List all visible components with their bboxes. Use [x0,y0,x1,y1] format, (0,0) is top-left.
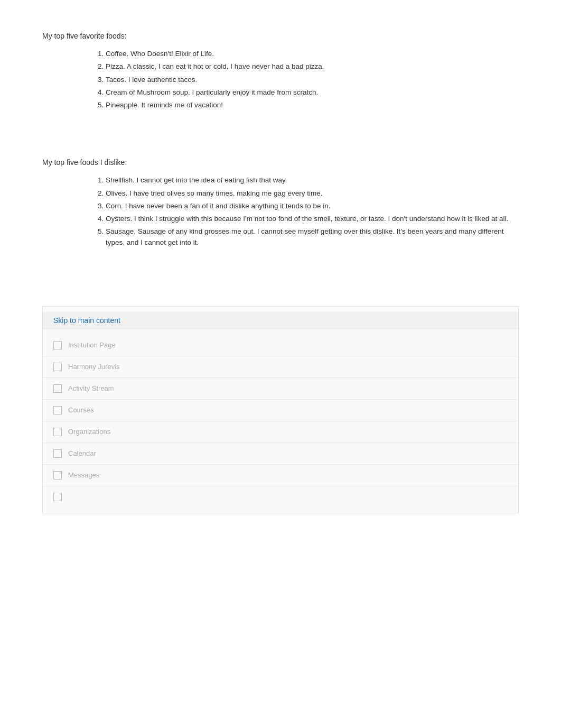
nav-item-messages[interactable]: Messages [43,465,518,486]
skip-to-main-content-link[interactable]: Skip to main content [43,312,518,329]
favorites-title: My top five favorite foods: [42,32,519,40]
nav-item-calendar[interactable]: Calendar [43,443,518,465]
dislikes-section: My top five foods I dislike: Shellfish. … [42,158,519,248]
nav-label-organizations: Organizations [68,428,110,436]
harmony-icon [53,363,62,371]
nav-label-institution: Institution Page [68,341,116,349]
institution-icon [53,341,62,349]
nav-label-activity: Activity Stream [68,384,114,392]
activity-icon [53,384,62,393]
dislikes-title: My top five foods I dislike: [42,158,519,167]
list-item: Oysters. I think I struggle with this be… [106,214,519,224]
navigation-area: Skip to main content Institution Page Ha… [42,306,519,513]
nav-label-courses: Courses [68,406,94,414]
nav-item-activity[interactable]: Activity Stream [43,378,518,400]
courses-icon [53,406,62,414]
nav-item-extra[interactable] [43,486,518,508]
organizations-icon [53,428,62,436]
calendar-icon [53,449,62,458]
messages-icon [53,471,62,480]
nav-label-messages: Messages [68,471,99,479]
list-item: Pineapple. It reminds me of vacation! [106,100,519,110]
list-item: Shellfish. I cannot get into the idea of… [106,175,519,186]
nav-item-organizations[interactable]: Organizations [43,421,518,443]
nav-item-institution[interactable]: Institution Page [43,335,518,356]
list-item: Sausage. Sausage of any kind grosses me … [106,226,519,248]
list-item: Olives. I have tried olives so many time… [106,188,519,199]
favorites-section: My top five favorite foods: Coffee. Who … [42,32,519,110]
nav-item-courses[interactable]: Courses [43,400,518,421]
list-item: Tacos. I love authentic tacos. [106,75,519,85]
list-item: Corn. I have never been a fan of it and … [106,201,519,211]
nav-label-calendar: Calendar [68,449,96,457]
favorites-list: Coffee. Who Doesn't! Elixir of Life. Piz… [42,49,519,110]
nav-item-harmony[interactable]: Harmony Jurevis [43,356,518,378]
list-item: Pizza. A classic, I can eat it hot or co… [106,61,519,72]
nav-label-harmony: Harmony Jurevis [68,363,120,371]
extra-icon [53,493,62,501]
list-item: Coffee. Who Doesn't! Elixir of Life. [106,49,519,59]
list-item: Cream of Mushroom soup. I particularly e… [106,87,519,98]
dislikes-list: Shellfish. I cannot get into the idea of… [42,175,519,248]
